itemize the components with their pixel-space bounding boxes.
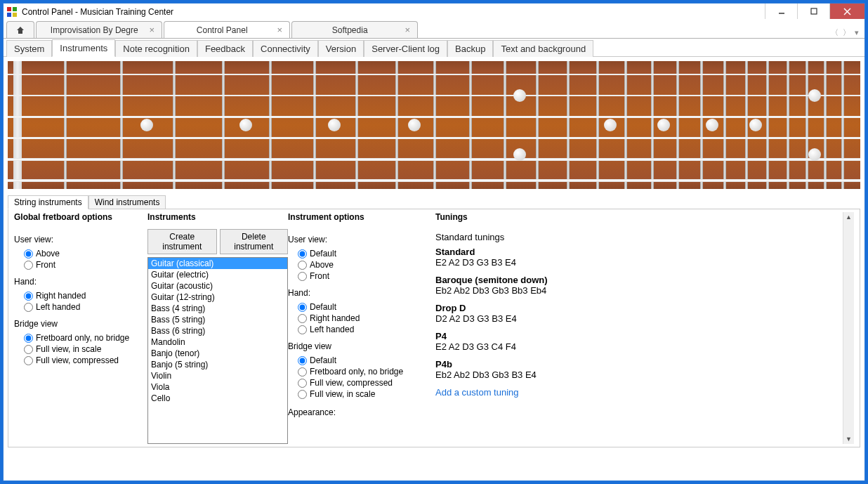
radio-input[interactable] (24, 292, 33, 301)
radio-option[interactable]: Above (24, 249, 147, 259)
instrument-listbox[interactable]: Guitar (classical)Guitar (electric)Guita… (147, 257, 288, 444)
tab-next-icon[interactable]: 〉 (843, 27, 850, 38)
list-item[interactable]: Banjo (5 string) (148, 359, 287, 370)
minimize-button[interactable] (765, 4, 797, 19)
list-item[interactable]: Bass (5 string) (148, 314, 287, 325)
list-item[interactable]: Guitar (acoustic) (148, 280, 287, 292)
tuning-notes: E2 A2 D3 G3 C4 F4 (435, 341, 837, 352)
radio-input[interactable] (298, 356, 307, 365)
main-tab[interactable]: Control Panel× (164, 21, 290, 38)
close-tab-icon[interactable]: × (149, 25, 154, 35)
main-tab[interactable]: Improvisation By Degre× (36, 21, 162, 38)
radio-option[interactable]: Default (298, 355, 435, 365)
list-item[interactable]: Guitar (classical) (148, 258, 287, 269)
radio-option[interactable]: Right handed (24, 291, 147, 301)
radio-option[interactable]: Default (298, 302, 435, 312)
radio-input[interactable] (298, 379, 307, 388)
close-tab-icon[interactable]: × (277, 25, 282, 35)
sub-tab[interactable]: Server-Client log (364, 40, 447, 57)
sub-tab[interactable]: Note recognition (115, 40, 197, 57)
sub-tab[interactable]: Connectivity (253, 40, 318, 57)
fretboard[interactable] (8, 61, 860, 189)
list-item[interactable]: Bass (4 string) (148, 303, 287, 314)
radio-option[interactable]: Left handed (24, 302, 147, 312)
radio-label: Left handed (36, 302, 80, 312)
scroll-down-icon[interactable]: ▼ (844, 434, 853, 444)
sub-tab[interactable]: System (6, 40, 52, 57)
list-item[interactable]: Viola (148, 381, 287, 393)
main-tab[interactable]: Softpedia× (291, 21, 418, 38)
sub-tab[interactable]: Backup (447, 40, 493, 57)
instrument-options-column: Instrument options User view: DefaultAbo… (288, 212, 435, 444)
tuning-item[interactable]: Baroque (semitone down)Eb2 Ab2 Db3 Gb3 B… (435, 275, 837, 296)
radio-input[interactable] (298, 303, 307, 312)
scroll-up-icon[interactable]: ▲ (844, 212, 853, 222)
tuning-item[interactable]: Drop DD2 A2 D3 G3 B3 E4 (435, 303, 837, 324)
instruments-column: Instruments Create instrument Delete ins… (147, 212, 288, 444)
sub-tab[interactable]: Version (318, 40, 364, 57)
radio-input[interactable] (298, 314, 307, 323)
tuning-item[interactable]: P4bEb2 Ab2 Db3 Gb3 B3 E4 (435, 359, 837, 380)
instrument-type-tab[interactable]: String instruments (8, 195, 88, 209)
sub-tab[interactable]: Feedback (197, 40, 253, 57)
list-item[interactable]: Cello (148, 393, 287, 404)
tunings-scrollbar[interactable]: ▲ ▼ (843, 212, 854, 444)
radio-input[interactable] (298, 272, 307, 281)
tab-prev-icon[interactable]: 〈 (831, 27, 839, 38)
radio-option[interactable]: Fretboard only, no bridge (298, 367, 435, 377)
add-custom-tuning-link[interactable]: Add a custom tuning (435, 387, 837, 398)
radio-input[interactable] (24, 345, 33, 354)
radio-option[interactable]: Left handed (298, 325, 435, 334)
radio-option[interactable]: Front (298, 271, 435, 281)
radio-input[interactable] (298, 367, 307, 377)
radio-option[interactable]: Full view, in scale (24, 344, 147, 354)
radio-input[interactable] (24, 261, 33, 270)
radio-option[interactable]: Full view, in scale (298, 389, 435, 399)
maximize-button[interactable] (797, 4, 829, 19)
sub-tab[interactable]: Text and background (493, 40, 593, 57)
radio-option[interactable]: Full view, compressed (24, 355, 147, 365)
list-item[interactable]: Guitar (electric) (148, 269, 287, 280)
delete-instrument-button[interactable]: Delete instrument (220, 229, 288, 254)
sub-tab[interactable]: Instruments (52, 39, 115, 57)
radio-option[interactable]: Fretboard only, no bridge (24, 333, 147, 343)
sub-tabstrip: SystemInstrumentsNote recognitionFeedbac… (4, 39, 864, 57)
tuning-name: P4b (435, 359, 837, 369)
close-button[interactable] (829, 4, 864, 19)
list-item[interactable]: Guitar (12-string) (148, 292, 287, 303)
home-tab[interactable] (6, 21, 34, 38)
list-item[interactable]: Violin (148, 370, 287, 381)
tuning-item[interactable]: P4E2 A2 D3 G3 C4 F4 (435, 331, 837, 352)
window-title: Control Panel - Musician Training Center (22, 7, 862, 17)
create-instrument-button[interactable]: Create instrument (147, 229, 217, 254)
radio-input[interactable] (24, 249, 33, 259)
list-item[interactable]: Mandolin (148, 336, 287, 348)
close-tab-icon[interactable]: × (405, 25, 410, 35)
radio-input[interactable] (298, 325, 307, 334)
appearance-label: Appearance: (288, 407, 435, 417)
radio-option[interactable]: Default (298, 249, 435, 259)
radio-input[interactable] (298, 390, 307, 399)
radio-input[interactable] (24, 303, 33, 312)
list-item[interactable]: Banjo (tenor) (148, 348, 287, 359)
instrument-type-tab[interactable]: Wind instruments (88, 195, 166, 209)
tab-menu-icon[interactable]: ▾ (855, 28, 859, 37)
radio-option[interactable]: Front (24, 260, 147, 270)
radio-label: Default (310, 355, 336, 365)
radio-input[interactable] (298, 249, 307, 259)
svg-rect-0 (7, 7, 11, 11)
tuning-name: P4 (435, 331, 837, 341)
radio-label: Full view, in scale (36, 344, 101, 354)
radio-input[interactable] (298, 261, 307, 270)
radio-option[interactable]: Above (298, 260, 435, 270)
radio-label: Fretboard only, no bridge (36, 333, 129, 343)
tuning-name: Drop D (435, 303, 837, 313)
radio-option[interactable]: Right handed (298, 313, 435, 323)
list-item[interactable]: Bass (6 string) (148, 325, 287, 336)
radio-input[interactable] (24, 334, 33, 343)
radio-option[interactable]: Full view, compressed (298, 378, 435, 388)
opt-hand-label: Hand: (288, 288, 435, 298)
tuning-item[interactable]: StandardE2 A2 D3 G3 B3 E4 (435, 247, 837, 268)
radio-input[interactable] (24, 356, 33, 365)
tunings-column: Tunings Standard tunings StandardE2 A2 D… (435, 212, 854, 444)
